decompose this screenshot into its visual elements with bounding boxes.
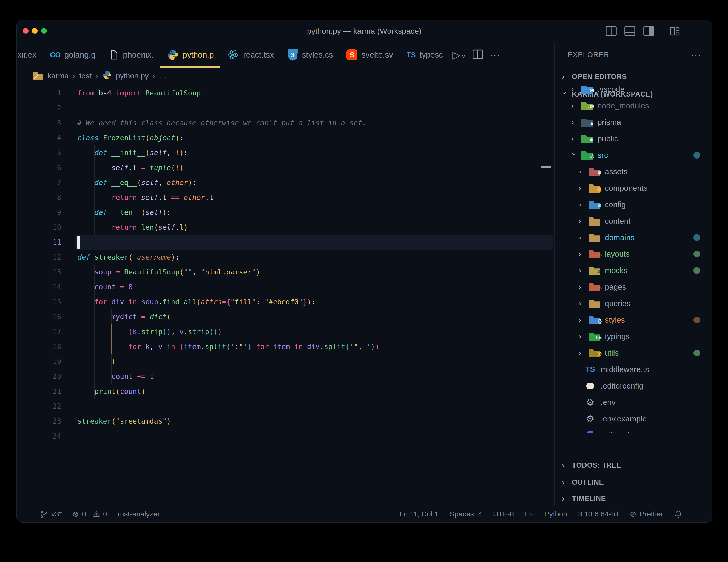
- section-timeline[interactable]: › TIMELINE: [555, 492, 712, 505]
- line-number: 7: [17, 175, 61, 190]
- tree-item-src[interactable]: ›‹/›src: [555, 147, 712, 163]
- tab-python[interactable]: python.p: [160, 42, 220, 68]
- split-columns-icon[interactable]: [605, 26, 617, 37]
- section-todos-tree[interactable]: › TODOS: TREE: [555, 459, 712, 472]
- toggle-panel-icon[interactable]: [624, 26, 636, 37]
- tree-item-components[interactable]: ›▦components: [555, 180, 712, 196]
- code-row[interactable]: 7 def __eq__(self, other):: [17, 175, 554, 190]
- code-row[interactable]: 6 self.l = tuple(l): [17, 160, 554, 175]
- run-picker-chevron-icon[interactable]: ∨: [461, 53, 466, 60]
- tree-item-label: layouts: [605, 249, 630, 258]
- code-row[interactable]: 22: [17, 399, 554, 414]
- tree-item-domains[interactable]: ›domains: [555, 229, 712, 246]
- folder-icon: JS: [581, 100, 593, 111]
- prettier-status[interactable]: ⊘ Prettier: [630, 509, 663, 519]
- tree-item-public[interactable]: ›☻public: [555, 130, 712, 147]
- tree-item-typings[interactable]: ›TStypings: [555, 328, 712, 345]
- language-mode-status[interactable]: Python: [544, 510, 567, 518]
- git-branch-status[interactable]: v3*: [39, 510, 62, 519]
- tree-item-vscode[interactable]: ›⋈.vscode: [555, 81, 712, 97]
- explorer-more-actions-button[interactable]: ···: [691, 50, 701, 60]
- tab-label: svelte.sv: [361, 50, 393, 60]
- code-row[interactable]: 18 for k, v in (item.split(':"') for ite…: [17, 339, 554, 354]
- tree-item-content[interactable]: ›content: [555, 213, 712, 229]
- tree-item-utils[interactable]: ›⚒utils: [555, 345, 712, 361]
- ts-file-icon: TS: [584, 364, 596, 375]
- breadcrumb-item-symbol[interactable]: …: [159, 72, 167, 80]
- run-button[interactable]: ▷ ∨: [452, 50, 466, 60]
- code-row[interactable]: 13 soup = BeautifulSoup("", "html.parser…: [17, 264, 554, 279]
- code-line: count += 1: [61, 369, 154, 384]
- code-row[interactable]: 15 for div in soup.find_all(attrs={"fill…: [17, 295, 554, 309]
- code-row[interactable]: 11: [17, 235, 554, 249]
- tab-react[interactable]: react.tsx: [220, 42, 281, 68]
- code-row[interactable]: 14 count = 0: [17, 279, 554, 295]
- code-row[interactable]: 2: [17, 100, 554, 115]
- tab-styles[interactable]: 3styles.cs: [281, 42, 340, 68]
- code-row[interactable]: 20 count += 1: [17, 369, 554, 384]
- rust-analyzer-status[interactable]: rust-analyzer: [118, 510, 160, 518]
- tree-item-label: pages: [605, 283, 626, 292]
- code-row[interactable]: 24: [17, 429, 554, 444]
- tree-item-env-example[interactable]: ⚙.env.example: [555, 411, 712, 427]
- tree-item-editorconfig[interactable]: .editorconfig: [555, 378, 712, 394]
- tree-item-queries[interactable]: ›queries: [555, 295, 712, 312]
- file-icon: [109, 49, 119, 60]
- folder-icon: ☻: [588, 265, 601, 276]
- code-line: mydict = dict(: [61, 309, 171, 324]
- breadcrumb-item-python-py[interactable]: python.py: [116, 72, 149, 80]
- code-row[interactable]: 3# We need this class because otherwise …: [17, 115, 554, 130]
- chevron-right-icon: ›: [96, 72, 98, 80]
- code-row[interactable]: 5 def __init__(self, l):: [17, 145, 554, 160]
- tab-golang[interactable]: GOgolang.g: [43, 42, 102, 68]
- code-row[interactable]: 9 def __len__(self):: [17, 205, 554, 220]
- code-line: (k.strip(), v.strip()): [61, 324, 222, 339]
- chevron-right-icon: ›: [562, 494, 568, 503]
- tree-item-eslintrc-js[interactable]: eslintrc.js: [555, 427, 712, 433]
- section-outline[interactable]: › OUTLINE: [555, 476, 712, 489]
- tree-item-env[interactable]: ⚙.env: [555, 394, 712, 411]
- tab-typescript[interactable]: TStypesc: [400, 42, 450, 68]
- code-row[interactable]: 21 print(count): [17, 384, 554, 399]
- problems-status[interactable]: ⊗ 0 ⚠ 0: [72, 509, 107, 519]
- code-row[interactable]: 16 mydict = dict(: [17, 309, 554, 324]
- code-row[interactable]: 17 (k.strip(), v.strip()): [17, 324, 554, 339]
- code-row[interactable]: 4class FrozenList(object):: [17, 130, 554, 145]
- eol-status[interactable]: LF: [525, 510, 533, 518]
- code-row[interactable]: 10 return len(self.l): [17, 220, 554, 235]
- tree-item-middleware-ts[interactable]: TSmiddleware.ts: [555, 361, 712, 378]
- code-editor[interactable]: 1from bs4 import BeautifulSoup23# We nee…: [17, 84, 554, 505]
- split-editor-button[interactable]: [472, 49, 484, 61]
- titlebar-separator: [662, 26, 662, 37]
- tree-item-assets[interactable]: ›⚙assets: [555, 163, 712, 180]
- breadcrumb: ∕ karma › test › python.py › …: [17, 68, 554, 84]
- code-row[interactable]: 12def streaker(_username):: [17, 249, 554, 264]
- tree-item-pages[interactable]: ›‹›pages: [555, 278, 712, 295]
- code-row[interactable]: 23streaker("sreetamdas"): [17, 414, 554, 429]
- customize-layout-icon[interactable]: [669, 26, 680, 37]
- breadcrumb-item-karma[interactable]: karma: [48, 72, 69, 80]
- cursor-position-status[interactable]: Ln 11, Col 1: [400, 510, 439, 518]
- tree-item-mocks[interactable]: ›☻mocks: [555, 262, 712, 278]
- notifications-bell-button[interactable]: [674, 510, 683, 518]
- breadcrumb-item-test[interactable]: test: [79, 72, 92, 80]
- tab-svelte[interactable]: Ssvelte.sv: [340, 42, 400, 68]
- tab-phoenix[interactable]: phoenix.: [102, 42, 160, 68]
- more-actions-button[interactable]: ···: [490, 50, 500, 60]
- indentation-status[interactable]: Spaces: 4: [450, 510, 482, 518]
- tree-item-config[interactable]: ›⚙config: [555, 196, 712, 213]
- toggle-secondary-sidebar-icon[interactable]: [643, 26, 655, 37]
- tab-elixir[interactable]: ixir.ex: [17, 42, 43, 68]
- tree-item-styles[interactable]: ›{}styles: [555, 312, 712, 328]
- tree-item-node-modules[interactable]: ›JSnode_modules: [555, 97, 712, 114]
- tree-item-layouts[interactable]: ›‹›layouts: [555, 246, 712, 262]
- code-row[interactable]: 8 return self.l == other.l: [17, 190, 554, 205]
- code-row[interactable]: 1from bs4 import BeautifulSoup: [17, 86, 554, 100]
- eslint-icon: [584, 430, 596, 433]
- tree-item-label: queries: [605, 299, 630, 308]
- encoding-status[interactable]: UTF-8: [493, 510, 514, 518]
- tree-item-prisma[interactable]: ›▲prisma: [555, 114, 712, 130]
- python-version-status[interactable]: 3.10.6 64-bit: [578, 510, 619, 518]
- folder-icon: ☻: [581, 133, 593, 144]
- code-row[interactable]: 19 ): [17, 354, 554, 369]
